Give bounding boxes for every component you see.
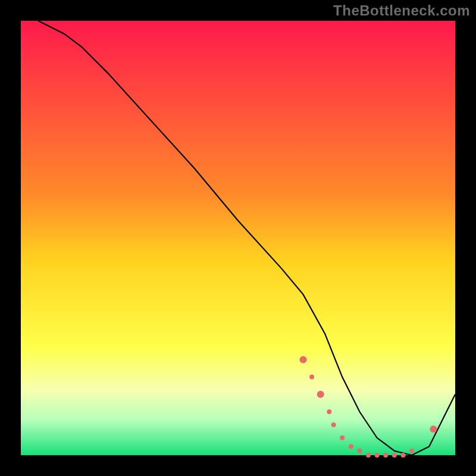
highlight-dot xyxy=(309,375,314,380)
highlight-dot xyxy=(400,453,405,458)
highlight-dot xyxy=(317,391,324,398)
highlight-dot xyxy=(383,453,388,458)
highlight-dot xyxy=(357,449,362,453)
highlight-dot xyxy=(340,436,345,440)
highlight-dot xyxy=(366,453,371,458)
highlight-dot xyxy=(327,409,331,414)
highlight-dot xyxy=(392,453,397,458)
highlight-dot xyxy=(375,453,380,458)
chart-frame: TheBottleneck.com xyxy=(0,0,476,476)
highlight-dot xyxy=(409,449,414,453)
highlight-dot xyxy=(349,444,353,449)
highlight-dot xyxy=(331,422,336,427)
watermark-text: TheBottleneck.com xyxy=(333,2,470,19)
plot-background xyxy=(21,21,455,455)
bottleneck-chart xyxy=(0,0,476,476)
highlight-dot xyxy=(430,425,437,433)
highlight-dot xyxy=(300,356,307,363)
